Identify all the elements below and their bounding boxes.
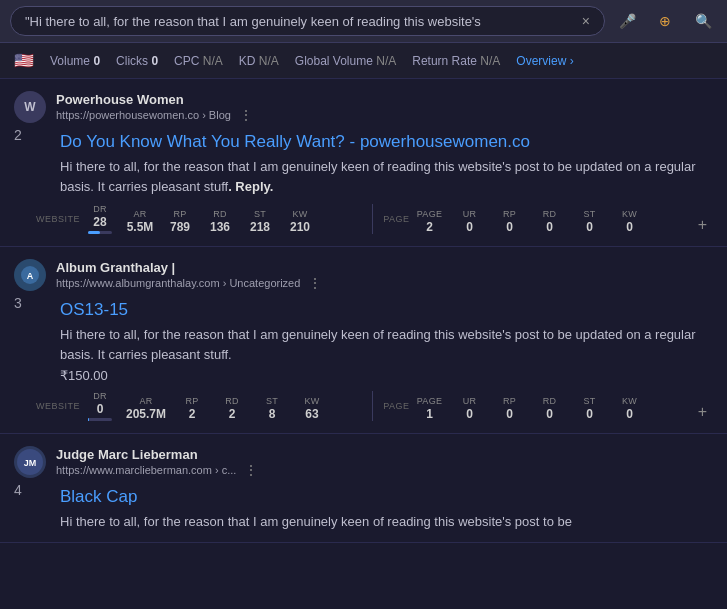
favicon-3: JM bbox=[14, 446, 46, 478]
result-header-3: JM Judge Marc Lieberman https://www.marc… bbox=[14, 446, 713, 478]
search-bar: "Hi there to all, for the reason that I … bbox=[0, 0, 727, 43]
site-info-1: Powerhouse Women https://powerhousewomen… bbox=[56, 92, 713, 123]
metric-rd-p: RD 0 bbox=[536, 209, 564, 234]
stats-bar: 🇺🇸 Volume 0 Clicks 0 CPC N/A KD N/A Glob… bbox=[0, 43, 727, 79]
search-input-area[interactable]: "Hi there to all, for the reason that I … bbox=[10, 6, 605, 36]
add-metric-btn-2[interactable]: + bbox=[692, 403, 713, 421]
global-volume-stat: Global Volume N/A bbox=[295, 54, 396, 68]
metrics-table-2: WEBSITE DR 0 AR 205.7M bbox=[36, 391, 713, 421]
favicon-2: A bbox=[14, 259, 46, 291]
kd-stat: KD N/A bbox=[239, 54, 279, 68]
metric-page-2: PAGE 1 bbox=[416, 396, 444, 421]
result-header-2: A Album Granthalay | https://www.albumgr… bbox=[14, 259, 713, 291]
result-item-3: JM Judge Marc Lieberman https://www.marc… bbox=[0, 434, 727, 543]
result-number-3: 4 bbox=[14, 482, 28, 498]
result-url-3: https://www.marclieberman.com › c... ⋮ bbox=[56, 462, 713, 478]
website-section-label: WEBSITE bbox=[36, 214, 80, 224]
result-row-3: 4 Black Cap Hi there to all, for the rea… bbox=[14, 482, 713, 534]
site-name-1: Powerhouse Women bbox=[56, 92, 713, 107]
metric-kw-p2: KW 0 bbox=[616, 396, 644, 421]
search-results: W Powerhouse Women https://powerhousewom… bbox=[0, 79, 727, 543]
metric-st-p: ST 0 bbox=[576, 209, 604, 234]
return-rate-stat: Return Rate N/A bbox=[412, 54, 500, 68]
result-title-2[interactable]: OS13-15 bbox=[60, 299, 713, 321]
site-name-2: Album Granthalay | bbox=[56, 260, 713, 275]
dots-menu-3[interactable]: ⋮ bbox=[244, 462, 258, 478]
metric-rd-p2: RD 0 bbox=[536, 396, 564, 421]
metric-rd-w: RD 136 bbox=[206, 209, 234, 234]
metric-ur-2: UR 0 bbox=[456, 396, 484, 421]
result-snippet-1: Hi there to all, for the reason that I a… bbox=[60, 157, 713, 196]
result-item-2: A Album Granthalay | https://www.albumgr… bbox=[0, 247, 727, 434]
page-metrics-2: PAGE 1 UR 0 RP 0 bbox=[416, 396, 692, 421]
website-section-label-2: WEBSITE bbox=[36, 401, 80, 411]
close-icon[interactable]: × bbox=[582, 13, 590, 29]
metric-st-w: ST 218 bbox=[246, 209, 274, 234]
search-icon[interactable]: 🔍 bbox=[689, 7, 717, 35]
svg-text:A: A bbox=[27, 271, 34, 281]
metric-dr: DR 28 bbox=[86, 204, 114, 234]
search-icons-group: 🎤 ⊕ 🔍 bbox=[613, 7, 717, 35]
page-section-label: PAGE bbox=[383, 214, 409, 224]
microphone-icon[interactable]: 🎤 bbox=[613, 7, 641, 35]
country-flag[interactable]: 🇺🇸 bbox=[14, 51, 34, 70]
dots-menu-1[interactable]: ⋮ bbox=[239, 107, 253, 123]
page-section-label-2: PAGE bbox=[383, 401, 409, 411]
site-name-3: Judge Marc Lieberman bbox=[56, 447, 713, 462]
svg-text:JM: JM bbox=[24, 458, 37, 468]
result-url-1: https://powerhousewomen.co › Blog ⋮ bbox=[56, 107, 713, 123]
result-url-2: https://www.albumgranthalay.com › Uncate… bbox=[56, 275, 713, 291]
result-row-2: 3 OS13-15 Hi there to all, for the reaso… bbox=[14, 295, 713, 425]
result-row-1: 2 Do You Know What You Really Want? - po… bbox=[14, 127, 713, 238]
search-query-text: "Hi there to all, for the reason that I … bbox=[25, 14, 574, 29]
result-item-1: W Powerhouse Women https://powerhousewom… bbox=[0, 79, 727, 247]
favicon-1: W bbox=[14, 91, 46, 123]
page-metrics-1: PAGE 2 UR 0 RP 0 bbox=[416, 209, 692, 234]
metric-dr-2: DR 0 bbox=[86, 391, 114, 421]
volume-stat: Volume 0 bbox=[50, 54, 100, 68]
metrics-table-1: WEBSITE DR 28 AR 5.5M bbox=[36, 204, 713, 234]
metrics-row-2: WEBSITE DR 0 AR 205.7M bbox=[36, 391, 713, 421]
metric-st-p2: ST 0 bbox=[576, 396, 604, 421]
google-lens-icon[interactable]: ⊕ bbox=[651, 7, 679, 35]
metric-ur: UR 0 bbox=[456, 209, 484, 234]
result-header-1: W Powerhouse Women https://powerhousewom… bbox=[14, 91, 713, 123]
add-metric-btn-1[interactable]: + bbox=[692, 216, 713, 234]
dots-menu-2[interactable]: ⋮ bbox=[308, 275, 322, 291]
metric-rp-w2: RP 2 bbox=[178, 396, 206, 421]
metric-kw-w2: KW 63 bbox=[298, 396, 326, 421]
metric-page: PAGE 2 bbox=[416, 209, 444, 234]
metric-rp-p: RP 0 bbox=[496, 209, 524, 234]
result-title-3[interactable]: Black Cap bbox=[60, 486, 713, 508]
result-snippet-2: Hi there to all, for the reason that I a… bbox=[60, 325, 713, 364]
website-metrics-1: DR 28 AR 5.5M RP 789 bbox=[86, 204, 362, 234]
metric-ar-2: AR 205.7M bbox=[126, 396, 166, 421]
metric-rp-p2: RP 0 bbox=[496, 396, 524, 421]
result-number-2: 3 bbox=[14, 295, 28, 311]
result-number-1: 2 bbox=[14, 127, 28, 143]
metric-kw-p: KW 0 bbox=[616, 209, 644, 234]
website-metrics-2: DR 0 AR 205.7M RP 2 bbox=[86, 391, 362, 421]
metric-kw-w: KW 210 bbox=[286, 209, 314, 234]
result-price-2: ₹150.00 bbox=[60, 368, 713, 383]
metric-ar: AR 5.5M bbox=[126, 209, 154, 234]
cpc-stat: CPC N/A bbox=[174, 54, 223, 68]
metric-st-w2: ST 8 bbox=[258, 396, 286, 421]
result-title-1[interactable]: Do You Know What You Really Want? - powe… bbox=[60, 131, 713, 153]
clicks-stat: Clicks 0 bbox=[116, 54, 158, 68]
metrics-row-1: WEBSITE DR 28 AR 5.5M bbox=[36, 204, 713, 234]
metric-rd-w2: RD 2 bbox=[218, 396, 246, 421]
metric-rp-w: RP 789 bbox=[166, 209, 194, 234]
overview-link[interactable]: Overview › bbox=[516, 54, 573, 68]
site-info-3: Judge Marc Lieberman https://www.marclie… bbox=[56, 447, 713, 478]
site-info-2: Album Granthalay | https://www.albumgran… bbox=[56, 260, 713, 291]
result-snippet-3: Hi there to all, for the reason that I a… bbox=[60, 512, 713, 532]
